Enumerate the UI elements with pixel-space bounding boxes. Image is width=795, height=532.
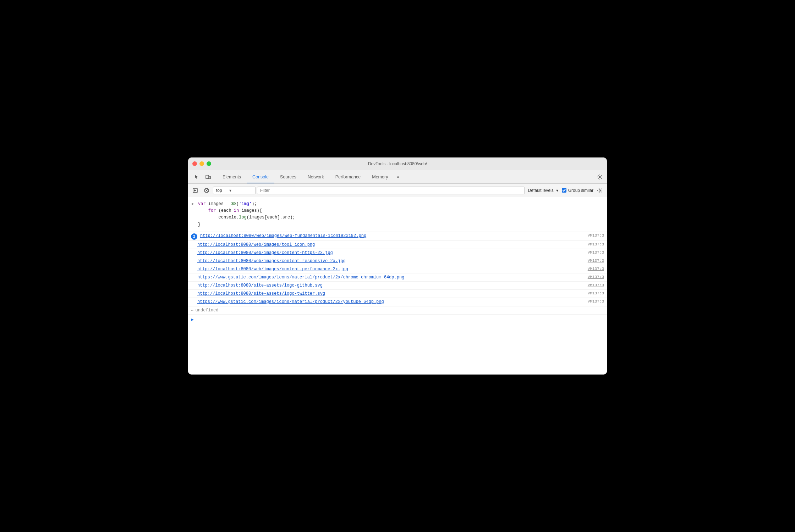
svg-point-4 (599, 176, 601, 178)
group-similar-label: Group similar (568, 188, 593, 193)
group-similar-checkbox[interactable] (562, 188, 566, 193)
log-source-link[interactable]: VM137:3 (588, 242, 604, 246)
window-title: DevTools - localhost:8080/web/ (368, 161, 427, 166)
log-url-link[interactable]: https://www.gstatic.com/images/icons/mat… (197, 299, 583, 305)
inspect-element-button[interactable] (192, 172, 202, 182)
svg-point-10 (599, 189, 601, 191)
code-line-4: } (198, 221, 603, 228)
console-settings-button[interactable] (595, 185, 605, 195)
tab-performance[interactable]: Performance (330, 170, 367, 183)
log-url-link[interactable]: http://localhost:8080/web/images/content… (197, 250, 583, 256)
run-script-button[interactable] (190, 185, 200, 195)
more-tabs-button[interactable]: » (394, 170, 402, 183)
log-url-link[interactable]: http://localhost:8080/web/images/tool_ic… (197, 242, 583, 248)
svg-rect-1 (209, 176, 210, 179)
log-source-link[interactable]: VM137:3 (588, 259, 604, 263)
log-entry: http://localhost:8080/site-assets/logo-g… (188, 282, 607, 290)
log-source-link[interactable]: VM137:3 (588, 299, 604, 304)
code-input-block: ▶ var images = $$('img'); for (each in i… (188, 197, 607, 232)
code-line-1: var images = $$('img'); (198, 201, 603, 207)
log-url-link[interactable]: https://www.gstatic.com/images/icons/mat… (197, 274, 583, 281)
console-toolbar: top Default levels ▾ Group similar (188, 184, 607, 197)
log-entries-list: 2http://localhost:8080/web/images/web-fu… (188, 232, 607, 306)
log-source-link[interactable]: VM137:3 (588, 233, 604, 238)
console-input-line[interactable]: ▶ (188, 315, 607, 325)
tab-elements[interactable]: Elements (217, 170, 247, 183)
window-controls (192, 161, 211, 166)
tab-bar: Elements Console Sources Network Perform… (188, 170, 607, 184)
log-entry: http://localhost:8080/web/images/content… (188, 257, 607, 265)
tab-memory[interactable]: Memory (366, 170, 394, 183)
svg-marker-6 (194, 189, 196, 192)
svg-point-3 (207, 178, 207, 178)
log-entry: http://localhost:8080/web/images/tool_ic… (188, 241, 607, 249)
log-url-link[interactable]: http://localhost:8080/web/images/web-fun… (200, 233, 583, 239)
log-source-link[interactable]: VM137:3 (588, 291, 604, 295)
log-url-link[interactable]: http://localhost:8080/site-assets/logo-t… (197, 290, 583, 297)
tab-console[interactable]: Console (247, 170, 274, 183)
log-entry: 2http://localhost:8080/web/images/web-fu… (188, 232, 607, 241)
log-url-link[interactable]: http://localhost:8080/web/images/content… (197, 266, 583, 272)
text-cursor (196, 317, 196, 322)
close-button[interactable] (192, 161, 197, 166)
log-entry: https://www.gstatic.com/images/icons/mat… (188, 298, 607, 306)
tab-sources[interactable]: Sources (274, 170, 302, 183)
chevron-down-icon (229, 188, 231, 193)
minimize-button[interactable] (199, 161, 204, 166)
code-line-2: for (each in images){ (198, 207, 603, 214)
context-selector[interactable]: top (213, 187, 256, 194)
log-source-link[interactable]: VM137:3 (588, 267, 604, 271)
log-source-link[interactable]: VM137:3 (588, 275, 604, 279)
levels-dropdown[interactable]: Default levels ▾ (526, 187, 560, 194)
tab-divider (216, 172, 216, 181)
undefined-value: undefined (196, 308, 219, 313)
code-line-3: console.log(images[each].src); (198, 214, 603, 221)
filter-input[interactable] (257, 187, 525, 194)
log-source-link[interactable]: VM137:3 (588, 250, 604, 255)
log-url-link[interactable]: http://localhost:8080/site-assets/logo-g… (197, 282, 583, 289)
maximize-button[interactable] (207, 161, 211, 166)
titlebar: DevTools - localhost:8080/web/ (188, 157, 607, 170)
tab-icon-group (190, 170, 215, 183)
device-toggle-button[interactable] (203, 172, 213, 182)
group-similar-toggle[interactable]: Group similar (562, 188, 593, 193)
input-prompt-icon: ▶ (191, 317, 194, 322)
log-entry: http://localhost:8080/web/images/content… (188, 249, 607, 257)
undefined-return-line: ← undefined (188, 306, 607, 315)
levels-chevron-icon: ▾ (556, 188, 558, 193)
console-output: ▶ var images = $$('img'); for (each in i… (188, 197, 607, 375)
log-entry: http://localhost:8080/web/images/content… (188, 265, 607, 273)
devtools-settings-button[interactable] (594, 170, 605, 183)
log-count-badge: 2 (191, 233, 197, 240)
clear-console-button[interactable] (202, 185, 212, 195)
return-arrow-icon: ← (191, 308, 193, 312)
log-entry: https://www.gstatic.com/images/icons/mat… (188, 273, 607, 282)
log-url-link[interactable]: http://localhost:8080/web/images/content… (197, 258, 583, 264)
prompt-arrow-icon: ▶ (192, 201, 194, 206)
log-source-link[interactable]: VM137:3 (588, 283, 604, 287)
log-entry: http://localhost:8080/site-assets/logo-t… (188, 290, 607, 298)
devtools-window: DevTools - localhost:8080/web/ (188, 157, 607, 375)
tab-network[interactable]: Network (302, 170, 330, 183)
